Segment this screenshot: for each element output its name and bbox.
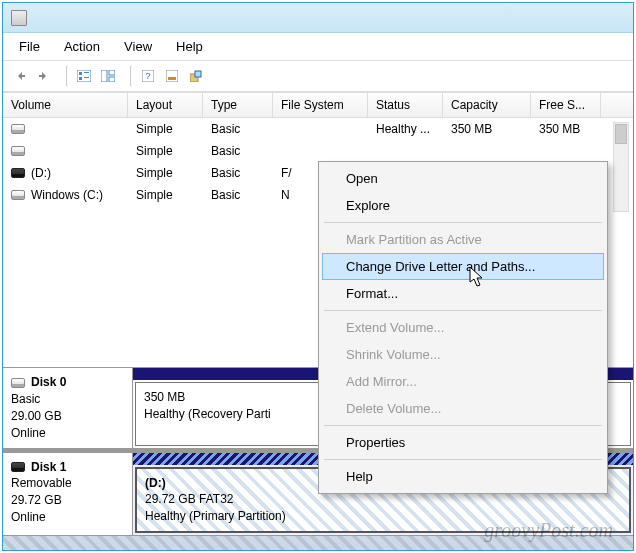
- col-status[interactable]: Status: [368, 93, 443, 117]
- col-filesystem[interactable]: File System: [273, 93, 368, 117]
- svg-rect-3: [79, 77, 82, 80]
- partition-status: Healthy (Primary Partition): [145, 508, 621, 525]
- disk-footer: [3, 536, 633, 550]
- scrollbar-thumb[interactable]: [615, 124, 627, 144]
- svg-text:?: ?: [145, 71, 150, 81]
- ctx-format[interactable]: Format...: [322, 280, 604, 307]
- disk-type: Basic: [11, 391, 124, 408]
- ctx-shrink-volume: Shrink Volume...: [322, 341, 604, 368]
- ctx-change-drive-letter[interactable]: Change Drive Letter and Paths...: [322, 253, 604, 280]
- ctx-separator: [324, 459, 602, 460]
- svg-rect-13: [195, 71, 201, 77]
- svg-rect-10: [166, 70, 178, 82]
- col-volume[interactable]: Volume: [3, 93, 128, 117]
- volume-icon: [11, 190, 25, 200]
- disk-name: Disk 1: [31, 459, 66, 476]
- cell: Simple: [128, 144, 203, 158]
- ctx-open[interactable]: Open: [322, 165, 604, 192]
- table-row[interactable]: Simple Basic: [3, 140, 633, 162]
- disk-management-window: File Action View Help ? Volume: [2, 2, 634, 551]
- help-icon[interactable]: ?: [137, 65, 159, 87]
- volume-label: Windows (C:): [31, 188, 103, 202]
- col-freespace[interactable]: Free S...: [531, 93, 601, 117]
- cell: Basic: [203, 166, 273, 180]
- cell: 350 MB: [443, 122, 531, 136]
- ctx-add-mirror: Add Mirror...: [322, 368, 604, 395]
- disk-icon: [11, 462, 25, 472]
- ctx-delete-volume: Delete Volume...: [322, 395, 604, 422]
- col-type[interactable]: Type: [203, 93, 273, 117]
- disk-type: Removable: [11, 475, 124, 492]
- ctx-explore[interactable]: Explore: [322, 192, 604, 219]
- menu-bar: File Action View Help: [3, 33, 633, 61]
- toolbar-icon[interactable]: [73, 65, 95, 87]
- svg-rect-0: [77, 70, 91, 82]
- ctx-properties[interactable]: Properties: [322, 429, 604, 456]
- ctx-mark-active: Mark Partition as Active: [322, 226, 604, 253]
- toolbar-icon[interactable]: [185, 65, 207, 87]
- volume-icon: [11, 124, 25, 134]
- svg-rect-6: [109, 70, 115, 75]
- scrollbar[interactable]: [613, 122, 629, 212]
- volume-label: (D:): [31, 166, 51, 180]
- ctx-separator: [324, 310, 602, 311]
- col-capacity[interactable]: Capacity: [443, 93, 531, 117]
- disk-size: 29.72 GB: [11, 492, 124, 509]
- ctx-extend-volume: Extend Volume...: [322, 314, 604, 341]
- ctx-separator: [324, 425, 602, 426]
- disk-info[interactable]: Disk 1 Removable 29.72 GB Online: [3, 453, 133, 535]
- svg-rect-7: [109, 77, 115, 82]
- table-row[interactable]: Simple Basic Healthy ... 350 MB 350 MB: [3, 118, 633, 140]
- ctx-help[interactable]: Help: [322, 463, 604, 490]
- toolbar-icon[interactable]: [97, 65, 119, 87]
- menu-action[interactable]: Action: [54, 35, 110, 58]
- svg-rect-1: [79, 72, 82, 75]
- disk-status: Online: [11, 425, 124, 442]
- title-bar: [3, 3, 633, 33]
- svg-rect-11: [168, 77, 176, 80]
- cell: Basic: [203, 144, 273, 158]
- toolbar-icon[interactable]: [161, 65, 183, 87]
- disk-name: Disk 0: [31, 374, 66, 391]
- cell: Basic: [203, 188, 273, 202]
- svg-rect-5: [101, 70, 107, 82]
- cell: Simple: [128, 188, 203, 202]
- context-menu: Open Explore Mark Partition as Active Ch…: [318, 161, 608, 494]
- disk-icon: [11, 378, 25, 388]
- cell: Simple: [128, 166, 203, 180]
- volume-table-header: Volume Layout Type File System Status Ca…: [3, 92, 633, 118]
- svg-rect-2: [84, 72, 89, 73]
- toolbar-separator: [125, 66, 131, 86]
- toolbar-separator: [61, 66, 67, 86]
- menu-file[interactable]: File: [9, 35, 50, 58]
- col-layout[interactable]: Layout: [128, 93, 203, 117]
- volume-icon: [11, 146, 25, 156]
- disk-size: 29.00 GB: [11, 408, 124, 425]
- menu-help[interactable]: Help: [166, 35, 213, 58]
- menu-view[interactable]: View: [114, 35, 162, 58]
- forward-button[interactable]: [33, 65, 55, 87]
- cell: Healthy ...: [368, 122, 443, 136]
- cell: Simple: [128, 122, 203, 136]
- cell: Basic: [203, 122, 273, 136]
- disk-status: Online: [11, 509, 124, 526]
- back-button[interactable]: [9, 65, 31, 87]
- cell: 350 MB: [531, 122, 601, 136]
- volume-icon: [11, 168, 25, 178]
- ctx-separator: [324, 222, 602, 223]
- app-icon: [11, 10, 27, 26]
- svg-rect-4: [84, 77, 89, 78]
- disk-info[interactable]: Disk 0 Basic 29.00 GB Online: [3, 368, 133, 447]
- toolbar: ?: [3, 61, 633, 92]
